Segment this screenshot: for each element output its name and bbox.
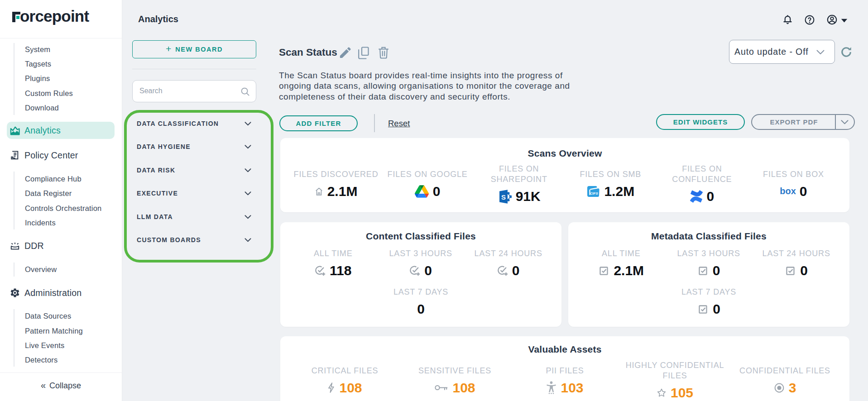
svg-text:CIFS: CIFS bbox=[590, 191, 599, 196]
svg-text:S: S bbox=[501, 193, 506, 200]
